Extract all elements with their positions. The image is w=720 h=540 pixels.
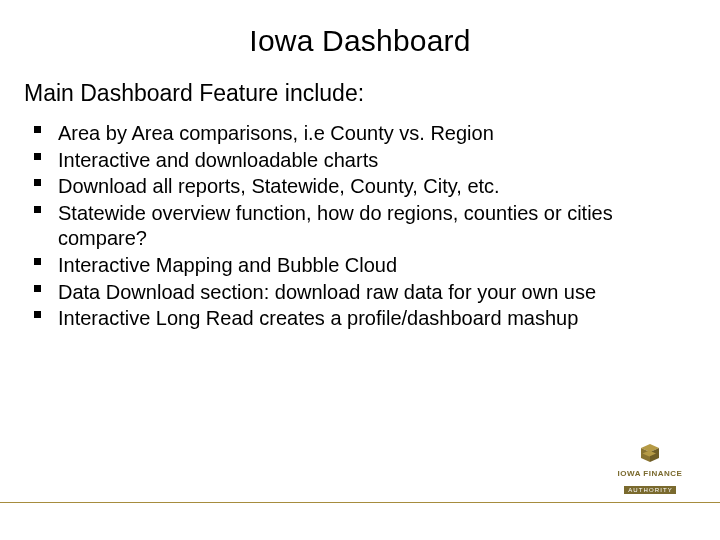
list-item: Interactive Long Read creates a profile/… xyxy=(34,306,690,332)
bullet-icon xyxy=(34,179,41,186)
list-item: Interactive and downloadable charts xyxy=(34,148,690,174)
bullet-icon xyxy=(34,258,41,265)
bullet-icon xyxy=(34,153,41,160)
logo-text-bottom: AUTHORITY xyxy=(624,486,676,494)
slide: Iowa Dashboard Main Dashboard Feature in… xyxy=(0,0,720,540)
list-item-text: Interactive Long Read creates a profile/… xyxy=(58,307,578,329)
list-item: Data Download section: download raw data… xyxy=(34,280,690,306)
bullet-icon xyxy=(34,311,41,318)
footer-divider xyxy=(0,502,720,503)
subtitle: Main Dashboard Feature include: xyxy=(24,80,690,107)
cube-logo-icon xyxy=(632,442,668,468)
list-item-text: Interactive and downloadable charts xyxy=(58,149,378,171)
list-item-text: Statewide overview function, how do regi… xyxy=(58,202,613,250)
bullet-icon xyxy=(34,206,41,213)
bullet-icon xyxy=(34,285,41,292)
list-item: Interactive Mapping and Bubble Cloud xyxy=(34,253,690,279)
bullet-icon xyxy=(34,126,41,133)
feature-list: Area by Area comparisons, i.e County vs.… xyxy=(30,121,690,332)
list-item: Area by Area comparisons, i.e County vs.… xyxy=(34,121,690,147)
list-item: Statewide overview function, how do regi… xyxy=(34,201,690,252)
list-item-text: Download all reports, Statewide, County,… xyxy=(58,175,500,197)
list-item-text: Interactive Mapping and Bubble Cloud xyxy=(58,254,397,276)
logo: IOWA FINANCE AUTHORITY xyxy=(604,442,696,496)
logo-text-top: IOWA FINANCE xyxy=(604,470,696,478)
list-item: Download all reports, Statewide, County,… xyxy=(34,174,690,200)
page-title: Iowa Dashboard xyxy=(30,24,690,58)
list-item-text: Area by Area comparisons, i.e County vs.… xyxy=(58,122,494,144)
list-item-text: Data Download section: download raw data… xyxy=(58,281,596,303)
